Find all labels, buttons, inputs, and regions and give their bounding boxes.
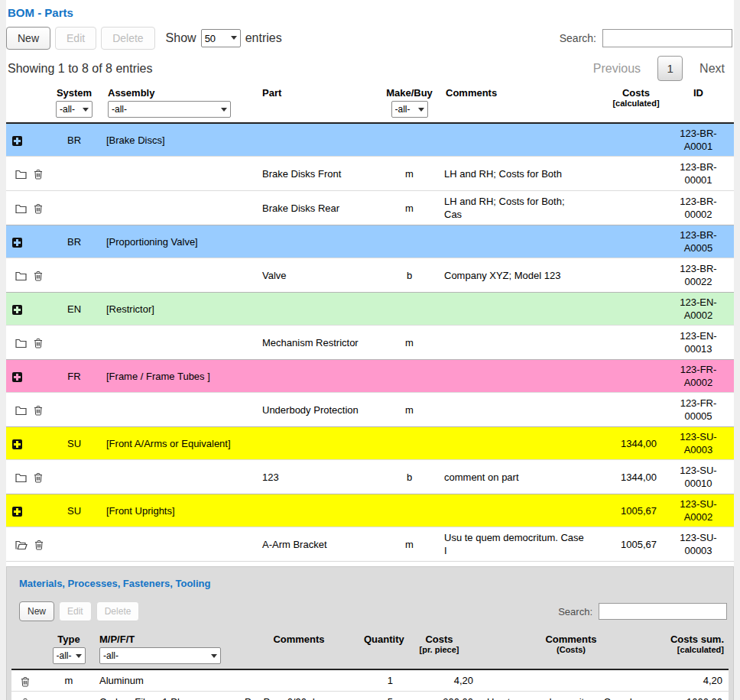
parts-pagination-top: Previous 1 Next	[586, 56, 732, 81]
new-button[interactable]: New	[6, 27, 50, 50]
folder-icon[interactable]	[15, 339, 27, 348]
cell-system: SU	[48, 427, 100, 460]
trash-icon[interactable]	[34, 472, 43, 483]
plus-square-icon[interactable]	[12, 305, 22, 315]
cell-id: 123-SU-00003	[663, 527, 734, 562]
plus-square-icon[interactable]	[12, 136, 22, 146]
page-1-button[interactable]: 1	[657, 56, 683, 81]
part-row[interactable]: 123bcomment on part1344,00123-SU-00010	[6, 460, 734, 494]
cell-comments	[438, 326, 609, 360]
assembly-filter-select[interactable]: -all-	[108, 101, 231, 118]
mpft-search-label: Search:	[558, 606, 592, 617]
mpft-row[interactable]: mCarbon Fiber, 1 PlyPre-Preg 0/90 deg.52…	[11, 692, 729, 700]
cell-makebuy: m	[381, 393, 438, 427]
cell-part	[255, 123, 381, 157]
cell-id: 123-BR-00001	[663, 157, 734, 191]
assembly-group-row[interactable]: SU[Front A/Arms or Equivalent]1344,00123…	[6, 427, 734, 460]
assembly-group-row[interactable]: BR[Proportioning Valve]123-BR-A0005	[6, 225, 734, 258]
col-id: ID	[663, 83, 734, 123]
show-entries-select[interactable]: 50	[201, 29, 241, 47]
cell-id: 123-FR-00005	[663, 393, 734, 427]
system-filter-select[interactable]: -all-	[56, 101, 92, 118]
mpft-search-input[interactable]	[599, 603, 727, 620]
mpft-delete-button[interactable]: Delete	[96, 601, 140, 621]
mpft-filter-select[interactable]: -all-	[99, 647, 221, 664]
cell-makebuy: m	[381, 326, 438, 360]
part-row[interactable]: Underbody Protectionm123-FR-00005	[6, 393, 734, 427]
trash-icon[interactable]	[34, 540, 44, 550]
delete-button[interactable]: Delete	[101, 27, 154, 50]
part-row[interactable]: ValvebCompany XYZ; Model 123123-BR-00022	[6, 258, 734, 293]
row-icons	[6, 360, 48, 393]
plus-square-icon[interactable]	[12, 372, 22, 382]
folder-open-icon[interactable]	[15, 540, 28, 550]
cell-assembly: [Front A/Arms or Equivalent]	[100, 427, 255, 460]
cell-makebuy	[381, 360, 438, 393]
cell-makebuy	[381, 123, 438, 157]
col-type: Type -all-	[46, 629, 92, 669]
assembly-group-row[interactable]: FR[Frame / Frame Tubes ]123-FR-A0002	[6, 360, 734, 393]
parts-info-top: Showing 1 to 8 of 8 entries	[8, 62, 152, 76]
edit-button[interactable]: Edit	[55, 27, 96, 50]
cell-costs	[609, 258, 663, 293]
cell-part: 123	[255, 460, 381, 494]
plus-square-icon[interactable]	[12, 507, 22, 517]
trash-icon[interactable]	[21, 698, 30, 700]
cell-assembly: [Brake Discs]	[100, 123, 255, 157]
mpft-edit-button[interactable]: Edit	[59, 601, 92, 621]
cell-id: 123-SU-A0002	[663, 494, 734, 527]
cell-comments: Pre-Preg 0/90 deg.	[237, 692, 361, 700]
assembly-group-row[interactable]: BR[Brake Discs]123-BR-A0001	[6, 123, 734, 157]
trash-icon[interactable]	[34, 203, 43, 214]
assembly-group-row[interactable]: EN[Restrictor]123-EN-A0002	[6, 293, 734, 326]
trash-icon[interactable]	[34, 271, 43, 281]
trash-icon[interactable]	[34, 405, 43, 416]
cell-assembly	[100, 460, 255, 494]
trash-icon[interactable]	[34, 338, 43, 348]
mpft-row[interactable]: mAluminum14,204,20	[11, 669, 729, 692]
type-filter-select[interactable]: -all-	[53, 647, 86, 664]
next-button[interactable]: Next	[692, 62, 732, 76]
parts-toolbar: New Edit Delete Show 50 entries Search:	[6, 27, 732, 50]
cell-costs	[609, 326, 663, 360]
entries-label: entries	[245, 31, 282, 45]
part-row[interactable]: Brake Disks RearmLH and RH; Costs for Bo…	[6, 191, 734, 225]
plus-square-icon[interactable]	[12, 238, 22, 248]
cell-assembly: [Frame / Frame Tubes ]	[100, 360, 255, 393]
part-row[interactable]: A-Arm BracketmUsu te quem democritum. Ca…	[6, 527, 734, 562]
cell-quantity: 1	[361, 669, 399, 692]
makebuy-filter-select[interactable]: -all-	[391, 101, 428, 118]
parts-search: Search:	[560, 29, 732, 47]
folder-icon[interactable]	[15, 204, 27, 214]
cell-costs: 1344,00	[609, 460, 663, 494]
mpft-new-button[interactable]: New	[19, 601, 54, 621]
folder-icon[interactable]	[15, 406, 27, 416]
assembly-group-row[interactable]: SU[Front Uprights]1005,67123-SU-A0002	[6, 494, 734, 527]
plus-square-icon[interactable]	[12, 439, 22, 449]
col-comments-costs: Comments (Costs)	[479, 629, 663, 669]
cell-comments	[438, 427, 609, 460]
cell-system: SU	[48, 494, 100, 527]
row-icons	[6, 293, 48, 326]
cell-makebuy: b	[381, 258, 438, 293]
mpft-toolbar: New Edit Delete Search:	[19, 601, 727, 621]
cell-makebuy	[381, 427, 438, 460]
cell-assembly: [Proportioning Valve]	[100, 225, 255, 258]
folder-icon[interactable]	[15, 271, 27, 281]
previous-button[interactable]: Previous	[586, 62, 648, 76]
trash-icon[interactable]	[34, 169, 43, 180]
trash-icon[interactable]	[21, 676, 30, 687]
cell-comments	[438, 360, 609, 393]
part-row[interactable]: Mechanism Restrictorm123-EN-00013	[6, 326, 734, 360]
search-input[interactable]	[602, 29, 732, 47]
folder-icon[interactable]	[15, 473, 27, 483]
part-row[interactable]: Brake Disks FrontmLH and RH; Costs for B…	[6, 157, 734, 191]
cell-comments: LH and RH; Costs for Both	[438, 157, 609, 191]
cell-system: BR	[48, 225, 100, 258]
row-icons	[6, 460, 48, 494]
folder-icon[interactable]	[15, 170, 27, 180]
show-label: Show	[166, 31, 196, 45]
cell-costs: 200,00	[399, 692, 479, 700]
cell-part	[255, 225, 381, 258]
cell-makebuy: m	[381, 157, 438, 191]
